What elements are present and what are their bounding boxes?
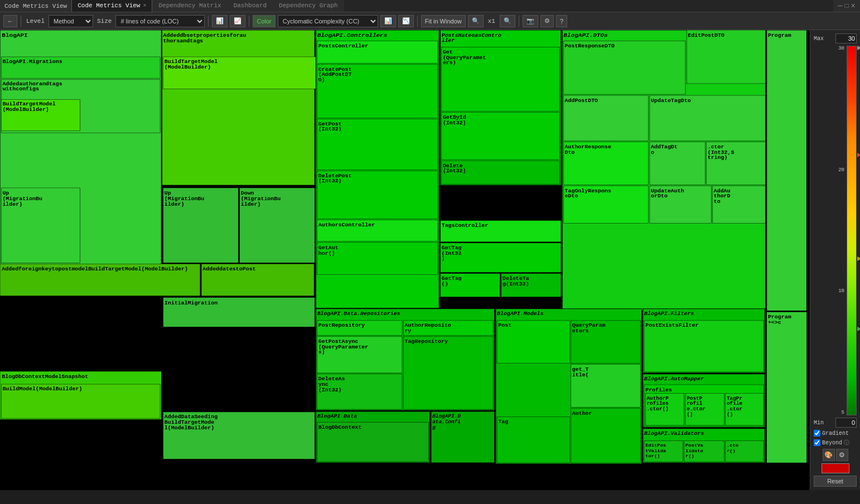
chart-bar-icon[interactable]: 📉 xyxy=(398,15,414,27)
beyond-info-icon[interactable]: ⓘ xyxy=(844,439,849,447)
bar-chart2-icon[interactable]: 📊 xyxy=(380,15,396,27)
close-window-icon[interactable]: × xyxy=(851,2,856,11)
minimize-icon[interactable]: ─ xyxy=(838,2,842,11)
arrow-20[interactable] xyxy=(857,153,860,157)
postexistsfilter-label: PostExistsFilter xyxy=(645,323,698,328)
max-row: Max xyxy=(814,33,857,43)
tick-10: 10 xyxy=(834,288,844,294)
screenshot-icon[interactable]: 📷 xyxy=(523,15,538,27)
gradient-checkbox-row: Gradient xyxy=(814,430,857,437)
getpost-label2: (Int32) xyxy=(318,127,342,132)
post-model-label: Post xyxy=(498,323,511,328)
tick-20: 20 xyxy=(834,167,844,173)
size-select[interactable]: # lines of code (LOC) xyxy=(115,15,205,27)
authorresponsedto-label2: Dto xyxy=(565,149,575,155)
gradient-section: 30 20 10 5 xyxy=(814,46,857,415)
icon-buttons-row: 🎨 ⚙ xyxy=(814,449,857,461)
gear-icon[interactable]: ⚙ xyxy=(540,15,554,27)
tab-dep-graph[interactable]: Dependency Graph xyxy=(273,0,344,12)
validators-group-label: BlogAPI.Validators xyxy=(644,431,704,437)
migrations-label: BlogAPI.Migrations xyxy=(2,59,62,65)
zoom-level-label: x1 xyxy=(486,18,497,25)
fit-window-label: Fit in Window xyxy=(425,18,462,25)
up-migration2-label3: ilder) xyxy=(165,201,185,207)
deletepost-label2: (Int32) xyxy=(318,178,342,184)
addtagdto-label: AddTagDt xyxy=(651,144,678,150)
buildtarget-label2: (ModelBuilder) xyxy=(2,106,49,112)
postprofile-ctor-label2: rofil xyxy=(687,401,702,406)
tab-dashboard[interactable]: Dashboard xyxy=(228,0,273,12)
fit-window-button[interactable]: Fit in Window xyxy=(421,15,466,27)
treemap: BlogAPI BlogAPI.Migrations Addedauthoran… xyxy=(0,30,810,490)
editpostdto-node[interactable] xyxy=(687,30,765,84)
treemap-container[interactable]: BlogAPI BlogAPI.Migrations Addedauthoran… xyxy=(0,30,810,490)
addedauthor-label2: withconfigs xyxy=(2,86,39,92)
tab-dep-graph-label: Dependency Graph xyxy=(279,2,338,9)
gettag-int32-label3: ) xyxy=(442,256,445,261)
color-metric-select[interactable]: Cyclomatic Complexity (CC) xyxy=(278,15,378,27)
color-swatch[interactable] xyxy=(822,463,849,473)
reset-button[interactable]: Reset xyxy=(814,476,857,487)
tab-dependency-matrix[interactable]: Dependency Matrix xyxy=(152,0,227,12)
gradient-checkbox[interactable] xyxy=(814,430,820,437)
tick-labels: 30 20 10 5 xyxy=(834,46,847,415)
level-select[interactable]: Method xyxy=(49,15,93,27)
bar-chart-icon[interactable]: 📊 xyxy=(212,15,228,27)
size-label: Size xyxy=(95,18,113,25)
postvalidator-label3: r() xyxy=(685,454,694,458)
beyond-checkbox[interactable] xyxy=(814,439,820,446)
ctor-label3: tring) xyxy=(708,155,728,161)
getauthor-label2: hor() xyxy=(318,250,335,256)
authorprofiles-ctor-label2: rofiles xyxy=(646,401,668,406)
tab-dep-matrix-label: Dependency Matrix xyxy=(158,2,221,9)
tab-code-metrics[interactable]: Code Metrics View × xyxy=(71,0,152,12)
addeddbset-node[interactable] xyxy=(162,30,315,185)
tag-model-label: Tag xyxy=(498,419,508,425)
arrow-5[interactable] xyxy=(857,327,860,331)
ctor-v-label2: r() xyxy=(727,448,736,453)
tagrepository-node[interactable] xyxy=(403,337,493,409)
addtagdto-label2: o xyxy=(651,149,654,155)
getpostasync-label3: s) xyxy=(318,350,325,355)
tab-dashboard-label: Dashboard xyxy=(234,2,267,9)
author-model-node[interactable] xyxy=(571,408,641,463)
tagprofile-ctor-label: TagPr xyxy=(727,396,742,401)
back-button[interactable]: ← xyxy=(3,15,17,27)
automapper-group-label: BlogAPI.AutoMapper xyxy=(644,376,704,382)
zoom-in-icon[interactable]: 🔍 xyxy=(500,15,515,27)
gettag-label2: () xyxy=(442,281,448,287)
program-node[interactable] xyxy=(767,30,807,311)
tagscontroller-label: TagsController xyxy=(442,223,488,229)
tagprofile-ctor-label3: .ctor xyxy=(727,407,742,412)
hateoas-group-label2: ller xyxy=(442,38,455,43)
settings2-icon-button[interactable]: ⚙ xyxy=(836,449,848,461)
gradient-checkbox-label: Gradient xyxy=(822,430,849,437)
palette-icon-button[interactable]: 🎨 xyxy=(823,449,835,461)
min-label: Min xyxy=(814,420,824,426)
beyond-checkbox-label: Beyond xyxy=(822,440,842,446)
arrow-10[interactable] xyxy=(857,256,860,261)
zoom-out-icon[interactable]: 🔍 xyxy=(468,15,484,27)
program-label: Program xyxy=(768,32,791,38)
max-label: Max xyxy=(814,36,824,42)
programc-node[interactable] xyxy=(767,312,807,463)
tick-5: 5 xyxy=(834,410,844,415)
arrow-30[interactable] xyxy=(857,46,860,50)
postvalidator-label: PostVa xyxy=(685,443,703,448)
authorprofiles-ctor-label: AuthorP xyxy=(646,396,668,401)
title-bar: Code Metrics View Code Metrics View × De… xyxy=(0,0,860,12)
tab-close-icon[interactable]: × xyxy=(143,3,146,9)
addpostdto-label: AddPostDTO xyxy=(565,98,598,103)
postresponsedto-node[interactable] xyxy=(563,41,685,94)
maximize-icon[interactable]: □ xyxy=(844,2,848,10)
tagrepository-label: TagRepository xyxy=(404,339,448,345)
help-icon[interactable]: ? xyxy=(556,15,567,27)
min-input[interactable] xyxy=(835,418,857,428)
separator2 xyxy=(208,16,209,27)
dataconfig-group-label3: g xyxy=(432,425,436,430)
chart-alt-icon[interactable]: 📈 xyxy=(230,15,245,27)
color-button[interactable]: Color xyxy=(253,15,275,27)
queryparameters-label2: eters xyxy=(572,328,589,334)
ctor-v-label: .cto xyxy=(727,443,738,448)
max-input[interactable] xyxy=(835,33,857,43)
